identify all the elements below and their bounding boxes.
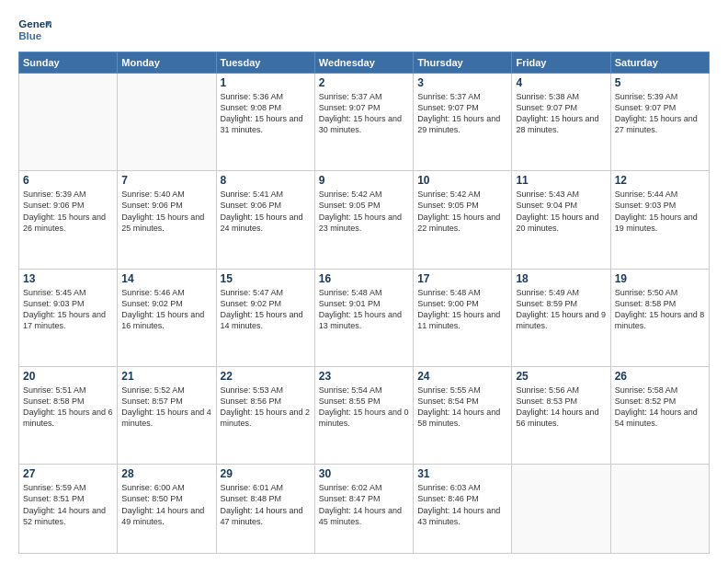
calendar-cell: 20Sunrise: 5:51 AM Sunset: 8:58 PM Dayli…	[19, 366, 118, 464]
calendar-cell: 22Sunrise: 5:53 AM Sunset: 8:56 PM Dayli…	[216, 366, 314, 464]
calendar-cell: 10Sunrise: 5:42 AM Sunset: 9:05 PM Dayli…	[414, 171, 512, 269]
day-number: 15	[221, 272, 311, 285]
calendar-cell: 2Sunrise: 5:37 AM Sunset: 9:07 PM Daylig…	[314, 74, 413, 171]
day-number: 22	[221, 370, 311, 383]
cell-content: Sunrise: 5:41 AM Sunset: 9:06 PM Dayligh…	[221, 189, 311, 234]
cell-content: Sunrise: 5:52 AM Sunset: 8:57 PM Dayligh…	[121, 385, 211, 430]
day-number: 17	[417, 272, 507, 285]
cell-content: Sunrise: 6:03 AM Sunset: 8:46 PM Dayligh…	[417, 482, 507, 527]
day-number: 5	[615, 76, 705, 89]
calendar-cell: 19Sunrise: 5:50 AM Sunset: 8:58 PM Dayli…	[610, 269, 709, 366]
day-number: 24	[417, 370, 507, 383]
calendar-cell	[512, 465, 610, 554]
calendar-cell: 30Sunrise: 6:02 AM Sunset: 8:47 PM Dayli…	[314, 465, 413, 554]
cell-content: Sunrise: 5:45 AM Sunset: 9:03 PM Dayligh…	[23, 287, 113, 332]
calendar-cell: 8Sunrise: 5:41 AM Sunset: 9:06 PM Daylig…	[216, 171, 314, 269]
cell-content: Sunrise: 5:55 AM Sunset: 8:54 PM Dayligh…	[417, 385, 507, 430]
weekday-header-monday: Monday	[118, 52, 216, 74]
calendar-cell: 11Sunrise: 5:43 AM Sunset: 9:04 PM Dayli…	[512, 171, 610, 269]
cell-content: Sunrise: 5:39 AM Sunset: 9:06 PM Dayligh…	[23, 189, 113, 234]
calendar-cell: 7Sunrise: 5:40 AM Sunset: 9:06 PM Daylig…	[118, 171, 216, 269]
cell-content: Sunrise: 5:56 AM Sunset: 8:53 PM Dayligh…	[516, 385, 606, 430]
weekday-header-saturday: Saturday	[610, 52, 709, 74]
weekday-header-wednesday: Wednesday	[314, 52, 413, 74]
calendar-cell: 28Sunrise: 6:00 AM Sunset: 8:50 PM Dayli…	[118, 465, 216, 554]
svg-text:Blue: Blue	[18, 30, 42, 41]
cell-content: Sunrise: 5:59 AM Sunset: 8:51 PM Dayligh…	[23, 482, 113, 527]
day-number: 29	[221, 467, 311, 480]
day-number: 19	[615, 272, 705, 285]
header: General Blue	[18, 15, 710, 44]
day-number: 23	[319, 370, 409, 383]
day-number: 3	[417, 76, 507, 89]
svg-text:General: General	[18, 18, 51, 29]
week-row-1: 1Sunrise: 5:36 AM Sunset: 9:08 PM Daylig…	[19, 74, 710, 171]
logo-icon: General Blue	[18, 15, 51, 44]
calendar-cell	[19, 74, 118, 171]
calendar-cell: 1Sunrise: 5:36 AM Sunset: 9:08 PM Daylig…	[216, 74, 314, 171]
weekday-header-thursday: Thursday	[414, 52, 512, 74]
day-number: 7	[121, 174, 211, 187]
cell-content: Sunrise: 5:39 AM Sunset: 9:07 PM Dayligh…	[615, 91, 705, 136]
day-number: 8	[221, 174, 311, 187]
cell-content: Sunrise: 6:02 AM Sunset: 8:47 PM Dayligh…	[319, 482, 409, 527]
calendar-cell: 9Sunrise: 5:42 AM Sunset: 9:05 PM Daylig…	[314, 171, 413, 269]
cell-content: Sunrise: 5:42 AM Sunset: 9:05 PM Dayligh…	[417, 189, 507, 234]
day-number: 6	[23, 174, 113, 187]
weekday-header-row: SundayMondayTuesdayWednesdayThursdayFrid…	[19, 52, 710, 74]
day-number: 11	[516, 174, 606, 187]
calendar-cell: 24Sunrise: 5:55 AM Sunset: 8:54 PM Dayli…	[414, 366, 512, 464]
calendar-cell: 4Sunrise: 5:38 AM Sunset: 9:07 PM Daylig…	[512, 74, 610, 171]
calendar-cell	[118, 74, 216, 171]
cell-content: Sunrise: 5:36 AM Sunset: 9:08 PM Dayligh…	[221, 91, 311, 136]
calendar-cell: 25Sunrise: 5:56 AM Sunset: 8:53 PM Dayli…	[512, 366, 610, 464]
week-row-2: 6Sunrise: 5:39 AM Sunset: 9:06 PM Daylig…	[19, 171, 710, 269]
day-number: 27	[23, 467, 113, 480]
cell-content: Sunrise: 5:38 AM Sunset: 9:07 PM Dayligh…	[516, 91, 606, 136]
day-number: 2	[319, 76, 409, 89]
weekday-header-sunday: Sunday	[19, 52, 118, 74]
day-number: 4	[516, 76, 606, 89]
cell-content: Sunrise: 5:48 AM Sunset: 9:00 PM Dayligh…	[417, 287, 507, 332]
cell-content: Sunrise: 5:44 AM Sunset: 9:03 PM Dayligh…	[615, 189, 705, 234]
cell-content: Sunrise: 5:37 AM Sunset: 9:07 PM Dayligh…	[417, 91, 507, 136]
cell-content: Sunrise: 5:58 AM Sunset: 8:52 PM Dayligh…	[615, 385, 705, 430]
calendar-cell: 29Sunrise: 6:01 AM Sunset: 8:48 PM Dayli…	[216, 465, 314, 554]
cell-content: Sunrise: 5:42 AM Sunset: 9:05 PM Dayligh…	[319, 189, 409, 234]
calendar-cell: 23Sunrise: 5:54 AM Sunset: 8:55 PM Dayli…	[314, 366, 413, 464]
day-number: 18	[516, 272, 606, 285]
week-row-5: 27Sunrise: 5:59 AM Sunset: 8:51 PM Dayli…	[19, 465, 710, 554]
calendar-cell: 31Sunrise: 6:03 AM Sunset: 8:46 PM Dayli…	[414, 465, 512, 554]
day-number: 10	[417, 174, 507, 187]
weekday-header-friday: Friday	[512, 52, 610, 74]
cell-content: Sunrise: 5:53 AM Sunset: 8:56 PM Dayligh…	[221, 385, 311, 430]
calendar-cell: 18Sunrise: 5:49 AM Sunset: 8:59 PM Dayli…	[512, 269, 610, 366]
day-number: 16	[319, 272, 409, 285]
day-number: 26	[615, 370, 705, 383]
calendar-cell: 21Sunrise: 5:52 AM Sunset: 8:57 PM Dayli…	[118, 366, 216, 464]
week-row-4: 20Sunrise: 5:51 AM Sunset: 8:58 PM Dayli…	[19, 366, 710, 464]
cell-content: Sunrise: 6:00 AM Sunset: 8:50 PM Dayligh…	[121, 482, 211, 527]
day-number: 1	[221, 76, 311, 89]
cell-content: Sunrise: 5:48 AM Sunset: 9:01 PM Dayligh…	[319, 287, 409, 332]
weekday-header-tuesday: Tuesday	[216, 52, 314, 74]
calendar-cell: 15Sunrise: 5:47 AM Sunset: 9:02 PM Dayli…	[216, 269, 314, 366]
logo: General Blue	[18, 15, 51, 44]
day-number: 30	[319, 467, 409, 480]
calendar-cell: 26Sunrise: 5:58 AM Sunset: 8:52 PM Dayli…	[610, 366, 709, 464]
calendar-cell: 6Sunrise: 5:39 AM Sunset: 9:06 PM Daylig…	[19, 171, 118, 269]
cell-content: Sunrise: 5:46 AM Sunset: 9:02 PM Dayligh…	[121, 287, 211, 332]
calendar-cell	[610, 465, 709, 554]
day-number: 21	[121, 370, 211, 383]
day-number: 13	[23, 272, 113, 285]
day-number: 9	[319, 174, 409, 187]
cell-content: Sunrise: 5:49 AM Sunset: 8:59 PM Dayligh…	[516, 287, 606, 332]
calendar-cell: 27Sunrise: 5:59 AM Sunset: 8:51 PM Dayli…	[19, 465, 118, 554]
calendar-cell: 12Sunrise: 5:44 AM Sunset: 9:03 PM Dayli…	[610, 171, 709, 269]
day-number: 25	[516, 370, 606, 383]
page: General Blue SundayMondayTuesdayWednesda…	[0, 0, 728, 563]
calendar-cell: 13Sunrise: 5:45 AM Sunset: 9:03 PM Dayli…	[19, 269, 118, 366]
calendar-cell: 16Sunrise: 5:48 AM Sunset: 9:01 PM Dayli…	[314, 269, 413, 366]
cell-content: Sunrise: 5:43 AM Sunset: 9:04 PM Dayligh…	[516, 189, 606, 234]
calendar-cell: 14Sunrise: 5:46 AM Sunset: 9:02 PM Dayli…	[118, 269, 216, 366]
